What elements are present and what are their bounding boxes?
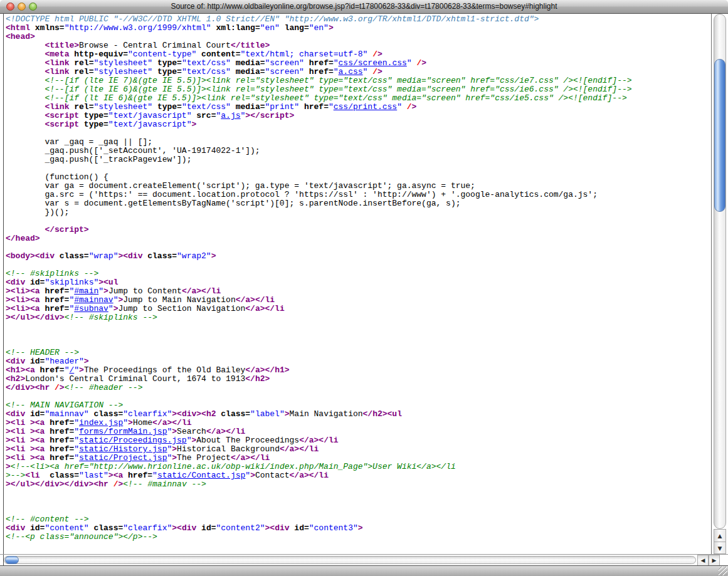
- source-token: <!--<li><a href="http://www.hrionline.ac…: [11, 462, 456, 471]
- source-line: <title>Browse - Central Criminal Court</…: [6, 41, 711, 50]
- source-line: <div id="skiplinks"><ul: [6, 278, 711, 287]
- source-line: ><li ><a href="static/Project.jsp">The P…: [6, 454, 711, 463]
- source-token: type=: [79, 111, 108, 120]
- source-token: class=: [40, 471, 79, 480]
- source-token: [6, 102, 45, 112]
- horizontal-scroll-track[interactable]: [4, 556, 696, 564]
- source-token: >: [79, 365, 84, 375]
- source-token: media=: [231, 67, 265, 76]
- source-line: [6, 506, 711, 515]
- source-href-link[interactable]: css/screen.css: [339, 58, 407, 68]
- source-href-link[interactable]: static/History.jsp: [79, 444, 167, 454]
- source-token: id=: [25, 357, 45, 366]
- source-line: [6, 217, 711, 226]
- source-view: <!DOCTYPE html PUBLIC "-//W3C//DTD XHTML…: [0, 14, 711, 554]
- source-token: >: [172, 427, 177, 436]
- source-href-link[interactable]: index.jsp: [79, 418, 123, 427]
- source-line: <h1><a href="/">The Proceedings of the O…: [6, 366, 711, 375]
- source-token: href=: [45, 444, 74, 454]
- source-token: >: [191, 120, 196, 129]
- vertical-scroll-thumb[interactable]: [714, 59, 725, 212]
- source-line: <div id="mainnav" class="clearfix"><div>…: [6, 410, 711, 419]
- source-line: (function() {: [6, 173, 711, 182]
- source-token: rel=: [69, 58, 93, 68]
- source-href-link[interactable]: css/print.css: [334, 102, 397, 112]
- source-token: ><div: [118, 251, 142, 261]
- source-token: var ga = document.createElement('script'…: [6, 181, 475, 191]
- source-token: <!-- #skiplinks -->: [6, 269, 98, 278]
- source-token: "en": [309, 23, 329, 33]
- vertical-scrollbar[interactable]: ▲ ▼: [711, 14, 728, 554]
- source-token: ></ul></div>: [6, 313, 65, 322]
- source-line: >--><li class="last"><a href="static/Con…: [6, 471, 711, 480]
- source-token: </h2>: [245, 374, 270, 384]
- source-token: http-equiv=: [69, 50, 128, 59]
- source-token: >: [250, 471, 255, 480]
- source-token: ": [334, 67, 339, 76]
- source-token: <!--[if (lt IE 6)&(gte IE 5.5)]><link re…: [45, 93, 626, 103]
- source-line: <body><div class="wrap"><div class="wrap…: [6, 252, 711, 261]
- source-token: Historical Background: [177, 444, 280, 454]
- source-token: href=: [45, 453, 74, 463]
- source-token: "content3": [309, 523, 358, 533]
- source-token: >: [6, 462, 11, 471]
- source-token: London's Central Criminal Court, 1674 to…: [25, 374, 245, 384]
- down-arrow-icon: ▼: [718, 545, 722, 552]
- source-token: ": [152, 471, 157, 480]
- source-line: <html xmlns="http://www.w3.org/1999/xhtm…: [6, 24, 711, 33]
- horizontal-scroll-thumb[interactable]: [5, 556, 19, 564]
- scroll-right-button[interactable]: ▶: [709, 555, 720, 566]
- source-token: "text/css": [182, 58, 231, 68]
- source-token: href=: [40, 286, 70, 296]
- source-token: <head>: [6, 32, 35, 41]
- source-token: ><li ><a: [6, 427, 45, 436]
- source-line: <meta http-equiv="content-type" content=…: [6, 50, 711, 59]
- source-href-link[interactable]: static/Contact.jsp: [157, 471, 245, 480]
- source-line: <div id="header">: [6, 357, 711, 366]
- source-token: >: [329, 23, 334, 33]
- source-href-link[interactable]: #subnav: [74, 304, 108, 313]
- source-token: ": [123, 418, 128, 427]
- source-token: Search: [177, 427, 206, 436]
- source-token: [6, 76, 45, 85]
- window-title: Source of: http://www.oldbaileyonline.or…: [0, 2, 728, 11]
- source-href-link[interactable]: a.css: [339, 67, 363, 76]
- source-href-link[interactable]: static/Proceedings.jsp: [79, 436, 187, 445]
- source-href-link[interactable]: static/Project.jsp: [79, 453, 167, 463]
- source-token: media=: [231, 102, 265, 112]
- source-token: ": [334, 58, 339, 68]
- source-token: <h2>: [6, 374, 25, 384]
- scroll-down-button[interactable]: ▼: [714, 542, 726, 554]
- source-href-link[interactable]: forms/formMain.jsp: [79, 427, 167, 436]
- scroll-left-button[interactable]: ◀: [697, 555, 709, 566]
- source-token: (function() {: [6, 172, 108, 182]
- source-token: <body><div: [6, 251, 55, 261]
- source-token: href=: [40, 295, 70, 305]
- scroll-up-button[interactable]: ▲: [714, 529, 726, 542]
- source-token: ><li><a: [6, 295, 40, 305]
- source-line: </head>: [6, 234, 711, 243]
- source-code: <!DOCTYPE html PUBLIC "-//W3C//DTD XHTML…: [3, 14, 711, 554]
- horizontal-scrollbar[interactable]: ◀ ▶: [0, 554, 728, 565]
- source-href-link[interactable]: #mainnav: [74, 295, 113, 305]
- source-token: >: [358, 523, 363, 533]
- source-token: "clearfix": [123, 523, 172, 533]
- source-href-link[interactable]: #main: [74, 286, 98, 296]
- source-token: ": [74, 444, 79, 454]
- source-token: "header": [45, 357, 83, 366]
- source-token: ><li ><a: [6, 436, 45, 445]
- source-token: [402, 102, 407, 112]
- source-line: <!DOCTYPE html PUBLIC "-//W3C//DTD XHTML…: [6, 15, 711, 24]
- window-titlebar[interactable]: Source of: http://www.oldbaileyonline.or…: [0, 0, 728, 14]
- source-token: <!-- #skiplinks -->: [65, 313, 157, 322]
- source-token: class=: [142, 251, 177, 261]
- source-token: ><li><a: [6, 286, 40, 296]
- source-token: Jump to Content: [108, 286, 182, 296]
- source-href-link[interactable]: a.js: [221, 111, 240, 120]
- source-token: [6, 67, 45, 76]
- source-token: ><li ><a: [6, 418, 45, 427]
- resize-grip-icon[interactable]: [719, 567, 727, 575]
- source-line: <!--[if (lte IE 6)&(gte IE 5.5)]><link r…: [6, 85, 711, 94]
- source-token: type=: [152, 58, 182, 68]
- source-line: ></ul></div></div><hr /><!-- #mainnav --…: [6, 480, 711, 489]
